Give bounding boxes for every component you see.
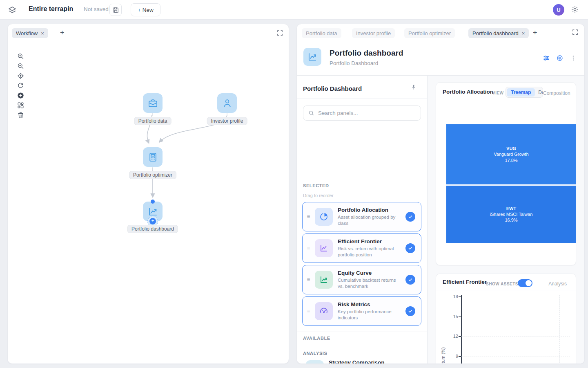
connection-dot[interactable] — [151, 200, 155, 204]
gear-icon[interactable] — [571, 5, 579, 13]
add-tab-icon[interactable]: + — [60, 29, 65, 36]
card-title: Efficient Frontier — [443, 279, 487, 285]
treemap-cell-ewt[interactable]: EWT iShares MSCI Taiwan 16.9% — [446, 186, 576, 243]
divider — [297, 332, 427, 332]
fullscreen-icon[interactable] — [276, 29, 283, 36]
analysis-group-label: ANALYSIS — [303, 351, 327, 356]
settings-sliders-icon[interactable] — [543, 54, 550, 62]
add-node-icon[interactable] — [16, 91, 25, 100]
pie-chart-icon — [315, 208, 333, 226]
close-icon[interactable]: × — [41, 30, 44, 36]
workflow-canvas-panel: Workflow × + — [7, 24, 289, 364]
node-label: Portfolio dashboard — [127, 225, 178, 233]
briefcase-icon — [147, 98, 158, 109]
node-investor-profile[interactable] — [217, 93, 237, 113]
portfolio-allocation-card: Portfolio Allocation VIEW Treemap Donut … — [436, 82, 576, 265]
page-title: Portfolio dashboard — [330, 49, 403, 58]
y-tick: 12 — [448, 334, 458, 339]
plus-icon: + — [149, 218, 156, 224]
selected-check-icon[interactable] — [405, 212, 415, 222]
view-option-treemap[interactable]: Treemap — [507, 88, 535, 96]
divider — [297, 99, 427, 99]
y-axis-label: Return (%) — [441, 338, 445, 364]
card-title: Portfolio Allocation — [443, 89, 493, 95]
node-portfolio-data[interactable] — [143, 93, 163, 113]
panel-list-column: Portfolio Dashboard SELECTED Drag to reo… — [297, 76, 427, 364]
treemap-cell-vug[interactable]: VUG Vanguard Growth 17.8% — [446, 124, 576, 184]
zoom-in-icon[interactable] — [16, 52, 25, 61]
panel-card-equity-curve[interactable]: ≡ Equity Curve Cumulative backtest retur… — [302, 265, 421, 294]
save-status: Not saved — [84, 6, 109, 12]
pin-icon[interactable] — [410, 84, 417, 91]
save-button[interactable] — [109, 4, 122, 16]
gauge-icon — [315, 302, 333, 320]
drag-hint: Drag to reorder — [303, 193, 334, 198]
node-portfolio-optimizer[interactable] — [143, 147, 163, 167]
save-icon — [112, 7, 119, 13]
visibility-eye-icon[interactable] — [556, 54, 564, 62]
drag-handle-icon[interactable]: ≡ — [303, 310, 315, 312]
node-label: Portfolio data — [134, 117, 172, 125]
panel-card-efficient-frontier[interactable]: ≡ Efficient Frontier Risk vs. return wit… — [302, 233, 421, 263]
top-bar: Entire terrapin Not saved + New U — [0, 0, 588, 20]
y-axis — [461, 295, 462, 364]
search-input[interactable] — [318, 110, 416, 116]
node-type-icon — [303, 48, 321, 66]
workflow-title: Entire terrapin — [29, 5, 73, 13]
auto-layout-icon[interactable] — [16, 101, 25, 110]
page-subtitle: Portfolio Dashboard — [330, 60, 378, 66]
chart-line-icon — [147, 206, 158, 217]
delete-icon[interactable] — [16, 111, 25, 119]
panel-card-portfolio-allocation[interactable]: ≡ Portfolio Allocation Asset allocation … — [302, 202, 421, 231]
app-logo-layers-icon — [7, 5, 17, 15]
node-label: Investor profile — [207, 117, 247, 125]
tab-portfolio-data[interactable]: Portfolio data — [302, 28, 341, 38]
zoom-out-icon[interactable] — [16, 62, 25, 70]
selected-check-icon[interactable] — [405, 275, 415, 285]
frontier-chart-icon — [315, 239, 333, 257]
panel-card-risk-metrics[interactable]: ≡ Risk Metrics Key portfolio performance… — [302, 296, 421, 326]
view-option-donut[interactable]: Donut — [535, 88, 543, 96]
close-icon[interactable]: × — [522, 30, 525, 36]
efficient-frontier-card: Efficient Frontier SHOW ASSETS Analysis … — [436, 274, 576, 364]
view-segmented-control: Treemap Donut — [506, 87, 543, 98]
tab-workflow[interactable]: Workflow × — [12, 28, 48, 38]
fit-view-icon[interactable] — [16, 72, 25, 80]
tab-portfolio-optimizer[interactable]: Portfolio optimizer — [404, 28, 455, 38]
y-tick: 18 — [448, 294, 458, 299]
layout-grid-icon — [306, 360, 324, 364]
view-label: VIEW — [492, 91, 504, 95]
calculator-icon — [147, 152, 158, 163]
tab-investor-profile[interactable]: Investor profile — [352, 28, 395, 38]
v-gridline — [559, 295, 560, 364]
y-tick: 15 — [448, 314, 458, 319]
more-options-icon[interactable] — [570, 54, 577, 62]
frontier-chart: Return (%) 18 15 12 9 — [436, 290, 576, 364]
reset-view-icon[interactable] — [16, 81, 25, 90]
user-avatar[interactable]: U — [553, 4, 564, 16]
selected-check-icon[interactable] — [405, 306, 415, 316]
add-tab-icon[interactable]: + — [533, 29, 537, 36]
drag-handle-icon[interactable]: ≡ — [303, 216, 315, 218]
available-section-label: AVAILABLE — [303, 336, 330, 341]
show-assets-toggle[interactable] — [518, 279, 532, 287]
selected-check-icon[interactable] — [405, 243, 415, 253]
show-assets-label: SHOW ASSETS — [486, 282, 518, 286]
panel-list-title: Portfolio Dashboard — [303, 85, 362, 92]
drag-handle-icon[interactable]: ≡ — [303, 279, 315, 280]
search-icon — [308, 110, 314, 116]
new-button[interactable]: + New — [131, 3, 160, 16]
view-option-composition[interactable]: Composition — [543, 90, 570, 96]
tab-portfolio-dashboard[interactable]: Portfolio dashboard × — [468, 28, 529, 38]
preview-column: Portfolio Allocation VIEW Treemap Donut … — [428, 76, 585, 364]
analysis-tab[interactable]: Analysis — [548, 281, 567, 287]
allocation-treemap: VUG Vanguard Growth 17.8% EWT iShares MS… — [446, 124, 576, 243]
divider — [79, 5, 79, 15]
drag-handle-icon[interactable]: ≡ — [303, 247, 315, 249]
canvas-toolbar — [16, 52, 25, 119]
panel-row-strategy-comparison[interactable]: Strategy Comparison Side-by-side compari… — [306, 359, 421, 364]
fullscreen-icon[interactable] — [572, 29, 579, 36]
workflow-edges — [8, 24, 289, 364]
y-tick: 9 — [448, 354, 458, 359]
node-label: Portfolio optimizer — [129, 171, 176, 179]
